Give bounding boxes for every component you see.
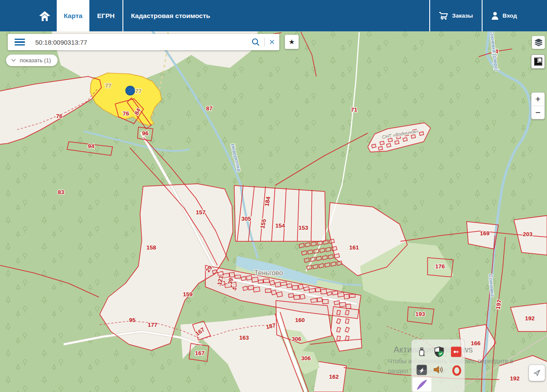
star-icon: ★ (289, 38, 295, 46)
parcel-label: 203 (523, 231, 533, 237)
usb-device-icon[interactable] (417, 346, 428, 358)
tab-map[interactable]: Карта (57, 0, 89, 31)
parcel-label: 76 (56, 113, 63, 119)
search-divider (264, 38, 265, 46)
parcel-label: 161 (349, 244, 359, 251)
orders-label: Заказы (452, 12, 473, 19)
measure-button[interactable] (531, 55, 545, 69)
parcel-label: 71 (351, 106, 358, 113)
ruler-icon (534, 58, 542, 66)
parcel-label: 193 (416, 311, 425, 317)
tab-cadastral-cost[interactable]: Кадастровая стоимость (123, 0, 218, 31)
chevron-down-icon (11, 59, 16, 62)
parcel-label: 95 (129, 317, 136, 323)
parcel-label: 305 (241, 216, 251, 222)
tab-egrn[interactable]: ЕГРН (89, 0, 122, 31)
parcel-label: 96 (142, 130, 149, 137)
parcel-label: 192 (525, 315, 535, 322)
parcel-label: 87 (206, 105, 212, 112)
parcel-label: 77 (105, 82, 111, 89)
defender-shield-icon[interactable] (434, 346, 445, 357)
parcel-label: 167 (195, 350, 205, 356)
parcel-label: 157 (196, 209, 206, 216)
parcel-label: 160 (295, 317, 305, 323)
parcel-label: 306 (292, 336, 302, 342)
search-icon (251, 38, 260, 46)
place-label: Теньгово (254, 269, 283, 277)
show-results-label: показать (1) (20, 57, 51, 64)
geolocation-arrow-icon (533, 369, 541, 377)
geolocate-button[interactable] (529, 365, 545, 381)
clear-search-button[interactable]: ✕ (269, 39, 275, 46)
zoom-in-button[interactable]: + (532, 93, 544, 106)
login-label: Вход (503, 12, 517, 19)
menu-icon[interactable] (15, 39, 25, 46)
favorites-button[interactable]: ★ (285, 35, 299, 49)
close-icon: ✕ (269, 39, 275, 46)
parcel-label: 169 (480, 230, 490, 237)
red-app-icon[interactable] (450, 346, 461, 357)
feather-app-icon[interactable] (413, 377, 431, 392)
parcel-label: 162 (329, 374, 339, 380)
login-button[interactable]: Вход (483, 0, 547, 31)
parcel-label: 39 (227, 277, 235, 285)
parcel-label: 154 (275, 222, 285, 229)
parcel-label: 163 (239, 334, 249, 341)
top-navbar: Карта ЕГРН Кадастровая стоимость Заказы … (0, 0, 547, 31)
parcel-label: 76 (122, 110, 129, 117)
parcel-label: 153 (299, 225, 309, 231)
parcel-label: 192 (510, 375, 520, 382)
navbar-spacer (0, 0, 32, 31)
zoom-control: + − (531, 92, 545, 119)
layers-button[interactable] (532, 36, 545, 49)
cart-icon (439, 12, 448, 20)
show-results-button[interactable]: показать (1) (6, 55, 58, 66)
parcel-label: 83 (58, 189, 64, 195)
parcel-label: 176 (435, 263, 445, 270)
layers-icon (535, 39, 543, 46)
search-result-marker[interactable] (126, 86, 135, 95)
parcel-label: 159 (183, 291, 193, 298)
home-button[interactable] (32, 0, 57, 31)
search-bar: ✕ (8, 34, 279, 50)
map-canvas[interactable]: 7777767684969487719483157305184155154153… (0, 0, 547, 392)
zoom-out-button[interactable]: − (532, 106, 544, 119)
opera-browser-icon[interactable] (451, 365, 462, 376)
parcel-label: 177 (148, 322, 158, 328)
parcel-label: 77 (135, 88, 141, 94)
orders-button[interactable]: Заказы (430, 0, 482, 31)
parcel-label: 158 (147, 244, 156, 251)
volume-icon[interactable] (433, 364, 444, 375)
system-tray-panel (411, 339, 465, 392)
parcel-label: 306 (301, 355, 311, 362)
parcel-label: 94 (88, 143, 95, 149)
home-icon (38, 10, 51, 22)
user-icon (491, 12, 499, 20)
navbar-right: Заказы Вход (429, 0, 547, 31)
search-submit-button[interactable] (251, 38, 260, 46)
search-input[interactable] (34, 38, 251, 46)
input-switcher-icon[interactable] (416, 364, 427, 375)
